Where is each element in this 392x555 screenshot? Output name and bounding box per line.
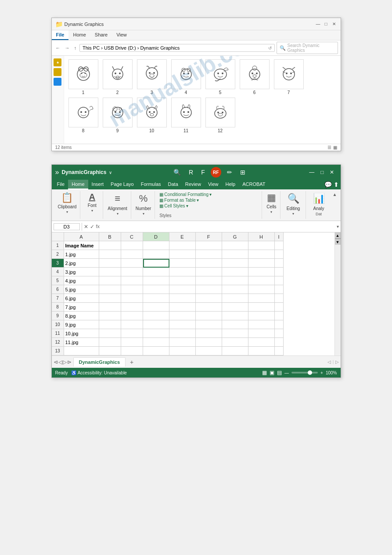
forward-button[interactable]: → (64, 45, 71, 51)
share-icon[interactable]: ⬆ (334, 181, 339, 188)
confirm-formula-icon[interactable]: ✓ (90, 224, 94, 230)
cell-B3[interactable] (99, 259, 121, 268)
row-header-8[interactable]: 8 (52, 303, 64, 312)
cell-E1[interactable] (169, 241, 196, 250)
menu-acrobat[interactable]: ACROBAT (239, 180, 269, 189)
cell-C10[interactable] (121, 320, 143, 329)
cell-I1[interactable] (275, 241, 284, 250)
cell-D11[interactable] (143, 329, 169, 338)
hscroll-left-icon[interactable]: ◁ (327, 359, 331, 364)
col-header-f[interactable]: F (196, 232, 222, 241)
fe-tab-view[interactable]: View (112, 30, 131, 40)
cell-I10[interactable] (275, 320, 284, 329)
list-item[interactable]: 4 (170, 59, 202, 95)
cell-G1[interactable] (222, 241, 248, 250)
cell-H11[interactable] (248, 329, 275, 338)
cell-H13[interactable] (248, 347, 275, 355)
cell-A6[interactable]: 5.jpg (64, 285, 99, 294)
cell-D13[interactable] (143, 347, 169, 355)
cell-D1[interactable] (143, 241, 169, 250)
quick-access-icon[interactable]: ★ (54, 58, 61, 66)
cell-F7[interactable] (196, 294, 222, 303)
zoom-slider[interactable] (291, 372, 318, 374)
menu-view[interactable]: View (205, 180, 222, 189)
row-header-1[interactable]: 1 (52, 241, 64, 250)
comment-icon[interactable]: 💬 (324, 181, 332, 188)
cell-H8[interactable] (248, 303, 275, 312)
row-header-9[interactable]: 9 (52, 312, 64, 320)
address-path[interactable]: This PC › USB Drive (D:) › Dynamic Graph… (79, 44, 275, 52)
cancel-formula-icon[interactable]: ✕ (84, 224, 88, 230)
sheet-nav-last[interactable]: ⊳ (67, 359, 72, 365)
cell-C5[interactable] (121, 276, 143, 285)
scrollbar-up-arrow[interactable]: ▲ (335, 232, 341, 239)
cell-E10[interactable] (169, 320, 196, 329)
cell-F2[interactable] (196, 250, 222, 259)
col-header-c[interactable]: C (121, 232, 143, 241)
cell-D12[interactable] (143, 338, 169, 347)
row-header-7[interactable]: 7 (52, 294, 64, 303)
cell-B10[interactable] (99, 320, 121, 329)
cell-B1[interactable] (99, 241, 121, 250)
formula-expand-icon[interactable]: ▾ (337, 224, 339, 229)
cell-G7[interactable] (222, 294, 248, 303)
list-item[interactable]: 2 (102, 59, 133, 95)
cell-G10[interactable] (222, 320, 248, 329)
back-button[interactable]: ← (54, 45, 62, 51)
cell-F5[interactable] (196, 276, 222, 285)
cell-I6[interactable] (275, 285, 284, 294)
menu-page-layout[interactable]: Page Layo (107, 180, 137, 189)
cell-A12[interactable]: 11.jpg (64, 338, 99, 347)
number-button[interactable]: % (137, 192, 151, 205)
insert-function-icon[interactable]: fx (96, 224, 100, 230)
redo-button[interactable]: F (199, 168, 207, 177)
menu-data[interactable]: Data (165, 180, 182, 189)
row-header-13[interactable]: 13 (52, 347, 64, 355)
cell-E11[interactable] (169, 329, 196, 338)
title-chevron-icon[interactable]: ∨ (109, 170, 112, 175)
cell-E8[interactable] (169, 303, 196, 312)
cell-I13[interactable] (275, 347, 284, 355)
cell-B2[interactable] (99, 250, 121, 259)
cell-C11[interactable] (121, 329, 143, 338)
cell-H5[interactable] (248, 276, 275, 285)
cell-C12[interactable] (121, 338, 143, 347)
menu-insert[interactable]: Insert (88, 180, 108, 189)
page-break-icon[interactable]: ▤ (277, 370, 282, 376)
cell-C2[interactable] (121, 250, 143, 259)
cell-A5[interactable]: 4.jpg (64, 276, 99, 285)
cell-A3[interactable]: 2.jpg (64, 259, 99, 268)
list-item[interactable]: 10 (136, 98, 168, 133)
cell-G4[interactable] (222, 268, 248, 276)
cell-D7[interactable] (143, 294, 169, 303)
cell-F1[interactable] (196, 241, 222, 250)
cell-E5[interactable] (169, 276, 196, 285)
zoom-plus-button[interactable]: + (320, 370, 323, 375)
hscroll-right-icon[interactable]: ▷ (335, 359, 339, 364)
cell-styles-button[interactable]: ▦ Cell Styles ▾ (159, 203, 188, 208)
cell-G13[interactable] (222, 347, 248, 355)
tiles-view-icon[interactable]: ▦ (333, 145, 337, 150)
cell-C13[interactable] (121, 347, 143, 355)
cell-B13[interactable] (99, 347, 121, 355)
cell-G3[interactable] (222, 259, 248, 268)
cell-I12[interactable] (275, 338, 284, 347)
cell-A11[interactable]: 10.jpg (64, 329, 99, 338)
list-item[interactable]: 11 (170, 98, 202, 133)
sheet-nav-first[interactable]: ⊲ (54, 359, 58, 365)
add-sheet-button[interactable]: + (127, 358, 136, 366)
minimize-button[interactable]: — (315, 21, 321, 27)
cell-D9[interactable] (143, 312, 169, 320)
cell-H9[interactable] (248, 312, 275, 320)
alignment-button[interactable]: ≡ (112, 192, 123, 205)
menu-home[interactable]: Home (68, 180, 88, 189)
cell-B11[interactable] (99, 329, 121, 338)
sheet-tab-dynamicgraphics[interactable]: DynamicGraphics (73, 357, 126, 366)
cell-F10[interactable] (196, 320, 222, 329)
cell-I5[interactable] (275, 276, 284, 285)
cell-C1[interactable] (121, 241, 143, 250)
list-item[interactable]: 12 (205, 98, 236, 133)
cell-F6[interactable] (196, 285, 222, 294)
list-item[interactable]: 6 (239, 59, 270, 95)
col-header-d[interactable]: D (143, 232, 169, 241)
